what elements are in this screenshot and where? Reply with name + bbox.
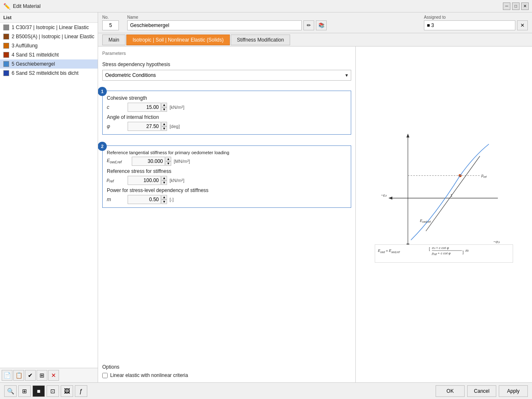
list-item[interactable]: 5 Geschiebemergel <box>0 59 98 69</box>
header-row: No. Name ✏ 📚 Assigned to ✕ <box>98 12 532 33</box>
tabs-bar: Main Isotropic | Soil | Nonlinear Elasti… <box>98 33 532 47</box>
options-title: Options <box>102 364 351 370</box>
pref-up-button[interactable]: ▲ <box>161 176 167 180</box>
pref-row: pref ▲ ▼ [kN/m²] <box>107 176 347 185</box>
check-button[interactable]: ✔ <box>25 370 36 381</box>
sidebar: List 1 C30/37 | Isotropic | Linear Elast… <box>0 12 98 382</box>
sidebar-toolbar: 📄 📋 ✔ ⊞ ✕ <box>0 368 98 382</box>
tab-stiffness[interactable]: Stiffness Modification <box>231 34 290 45</box>
list-item[interactable]: 6 Sand S2 mitteldicht bis dicht <box>0 69 98 78</box>
power-label: Power for stress-level dependency of sti… <box>107 187 347 193</box>
panel-body: Parameters Stress dependency hypothesis … <box>98 47 532 382</box>
tab-isotropic[interactable]: Isotropic | Soil | Nonlinear Elastic (So… <box>126 34 230 45</box>
function-button[interactable]: ƒ <box>75 385 87 397</box>
eoed-spinners: ▲ ▼ <box>165 157 171 166</box>
pref-label: pref <box>107 177 128 183</box>
eoed-label: Eoed,ref <box>107 158 132 164</box>
nonlinear-criteria-label: Linear elastic with nonlinear criteria <box>110 372 188 378</box>
svg-text:]: ] <box>463 250 464 254</box>
no-input[interactable] <box>102 20 119 30</box>
material-color <box>3 61 9 67</box>
maximize-button[interactable]: □ <box>512 2 520 10</box>
box1-number: 1 <box>98 87 107 96</box>
fill-button[interactable]: ■ <box>32 385 45 397</box>
svg-text:−ε₃: −ε₃ <box>381 193 387 197</box>
svg-text:pref: pref <box>481 173 487 178</box>
delete-material-button[interactable]: ✕ <box>48 370 59 381</box>
cancel-button[interactable]: Cancel <box>467 385 496 397</box>
m-down-button[interactable]: ▼ <box>161 200 167 204</box>
list-item[interactable]: 1 C30/37 | Isotropic | Linear Elastic <box>0 23 98 32</box>
bottom-right-buttons: OK Cancel Apply <box>436 385 528 397</box>
m-row: m ▲ ▼ [-] <box>107 195 347 204</box>
svg-text:m: m <box>466 249 468 253</box>
material-list: 1 C30/37 | Isotropic | Linear Elastic2 B… <box>0 23 98 368</box>
apply-button[interactable]: Apply <box>499 385 528 397</box>
bottom-left-tools: 🔍 ⊞ ■ ⊡ 🖼 ƒ <box>4 385 87 397</box>
assigned-action-button[interactable]: ✕ <box>517 20 528 30</box>
material-color <box>3 70 9 76</box>
pref-down-button[interactable]: ▼ <box>161 180 167 185</box>
material-name: 3 Auffüllung <box>12 43 38 49</box>
add-material-button[interactable]: 📄 <box>2 370 12 381</box>
eoed-up-button[interactable]: ▲ <box>165 157 171 161</box>
pref-input[interactable] <box>128 176 161 185</box>
title-bar-title: Edit Material <box>13 3 41 9</box>
no-field-group: No. <box>102 15 119 30</box>
svg-text:σ₃ + c cot φ: σ₃ + c cot φ <box>432 246 449 250</box>
diagram-svg: −ε₃ −σ₃ pref <box>360 51 528 345</box>
eoed-input[interactable] <box>132 157 165 166</box>
c-up-button[interactable]: ▲ <box>161 103 167 107</box>
ok-button[interactable]: OK <box>436 385 465 397</box>
m-input[interactable] <box>128 195 161 204</box>
stress-dropdown[interactable]: Oedometric Conditions Triaxial Condition… <box>102 70 351 81</box>
c-spinners: ▲ ▼ <box>161 103 167 112</box>
grid-button[interactable]: ⊞ <box>18 385 31 397</box>
phi-down-button[interactable]: ▼ <box>161 126 167 131</box>
list-item[interactable]: 4 Sand S1 mitteldicht <box>0 50 98 59</box>
material-name: 6 Sand S2 mitteldicht bis dicht <box>12 70 79 76</box>
list-item[interactable]: 2 B500S(A) | Isotropic | Linear Elastic <box>0 32 98 41</box>
material-name: 4 Sand S1 mitteldicht <box>12 52 59 58</box>
eoed-row: Eoed,ref ▲ ▼ [MN/m²] <box>107 157 347 166</box>
nonlinear-criteria-checkbox[interactable] <box>102 373 108 378</box>
merge-button[interactable]: ⊞ <box>37 370 47 381</box>
select-button[interactable]: ⊡ <box>47 385 59 397</box>
list-item[interactable]: 3 Auffüllung <box>0 41 98 50</box>
content-area: List 1 C30/37 | Isotropic | Linear Elast… <box>0 12 532 382</box>
cohesive-label: Cohesive strength <box>107 95 347 101</box>
assigned-input[interactable] <box>424 20 515 30</box>
assigned-label: Assigned to <box>424 15 528 20</box>
main-container: List 1 C30/37 | Isotropic | Linear Elast… <box>0 12 532 399</box>
material-color <box>3 52 9 58</box>
c-input[interactable] <box>128 103 161 112</box>
image-button[interactable]: 🖼 <box>61 385 73 397</box>
material-color <box>3 43 9 49</box>
eoed-unit: [MN/m²] <box>174 159 190 164</box>
close-button[interactable]: ✕ <box>521 2 529 10</box>
search-button[interactable]: 🔍 <box>4 385 17 397</box>
phi-up-button[interactable]: ▲ <box>161 122 167 126</box>
name-input[interactable] <box>127 20 302 30</box>
svg-line-10 <box>426 156 480 231</box>
bottom-toolbar: 🔍 ⊞ ■ ⊡ 🖼 ƒ OK Cancel Apply <box>0 382 532 399</box>
material-name: 5 Geschiebemergel <box>12 61 55 67</box>
phi-unit: [deg] <box>170 124 180 129</box>
no-label: No. <box>102 15 119 20</box>
eoed-down-button[interactable]: ▼ <box>165 161 171 166</box>
phi-input[interactable] <box>128 122 161 131</box>
c-row: c ▲ ▼ [kN/m²] <box>107 103 347 112</box>
copy-material-button[interactable]: 📋 <box>13 370 24 381</box>
m-up-button[interactable]: ▲ <box>161 195 167 200</box>
diagram-panel: −ε₃ −σ₃ pref <box>356 47 532 382</box>
minimize-button[interactable]: ─ <box>503 2 510 10</box>
tab-main[interactable]: Main <box>102 34 126 45</box>
name-field-group: Name ✏ 📚 <box>127 15 327 30</box>
options-section: Options Linear elastic with nonlinear cr… <box>102 281 351 378</box>
edit-name-button[interactable]: ✏ <box>303 20 314 30</box>
c-down-button[interactable]: ▼ <box>161 107 167 112</box>
box2-number: 2 <box>98 142 107 151</box>
pref-unit: [kN/m²] <box>170 178 184 183</box>
library-button[interactable]: 📚 <box>316 20 327 30</box>
pref-spinners: ▲ ▼ <box>161 176 167 185</box>
